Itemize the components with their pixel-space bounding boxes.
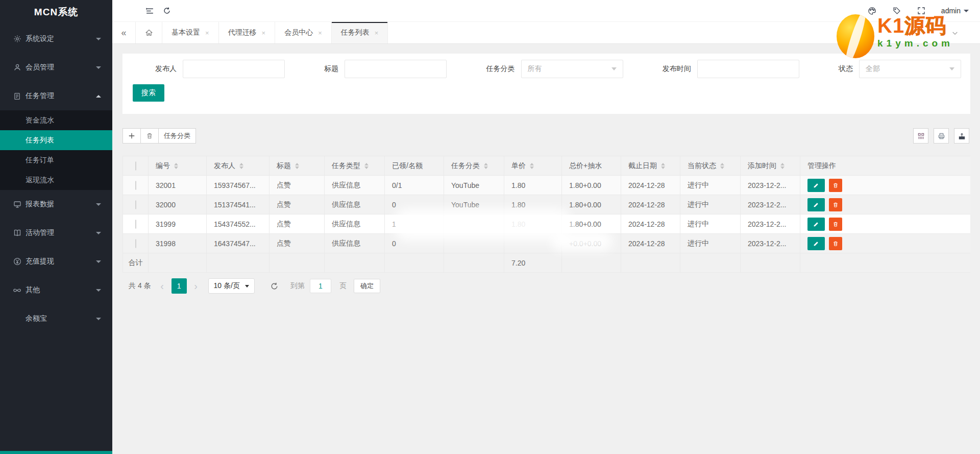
- sort-icon[interactable]: [720, 163, 724, 169]
- sidebar-item-label: 活动管理: [26, 228, 96, 237]
- row-checkbox[interactable]: [135, 220, 136, 229]
- cell-added: 2023-12-2...: [741, 234, 800, 253]
- collapse-menu-icon[interactable]: [141, 0, 158, 22]
- total-price: 7.20: [504, 253, 562, 273]
- refresh-table-icon[interactable]: [267, 278, 282, 294]
- tab-member-center[interactable]: 会员中心 ×: [275, 22, 332, 43]
- tab-task-list[interactable]: 任务列表 ×: [332, 22, 388, 43]
- sidebar-subitem-task-list[interactable]: 任务列表: [0, 130, 112, 150]
- pencil-icon: [813, 241, 819, 247]
- edit-button[interactable]: [807, 179, 825, 192]
- publish-time-label: 发布时间: [663, 64, 691, 74]
- edit-button[interactable]: [807, 198, 825, 211]
- cell-deadline: 2024-12-28: [621, 234, 680, 253]
- next-page-icon[interactable]: ›: [192, 281, 200, 291]
- print-icon[interactable]: [934, 128, 949, 144]
- sidebar-item-recharge[interactable]: 充值提现: [0, 247, 112, 276]
- user-menu[interactable]: admin: [941, 7, 969, 15]
- close-icon[interactable]: ×: [262, 29, 266, 37]
- sort-icon[interactable]: [484, 163, 488, 169]
- cell-task-type: 供应信息: [325, 176, 385, 195]
- cell-total: 1.80+0.00: [562, 214, 621, 234]
- sort-icon[interactable]: [780, 163, 785, 169]
- row-checkbox[interactable]: [135, 239, 136, 248]
- tabs-more-icon[interactable]: [951, 22, 959, 44]
- cell-title: 点赞: [270, 176, 325, 195]
- palette-icon[interactable]: [864, 0, 881, 22]
- row-checkbox[interactable]: [135, 200, 136, 209]
- select-all-checkbox[interactable]: [135, 161, 136, 171]
- delete-button[interactable]: [829, 179, 842, 192]
- status-label: 状态: [839, 64, 853, 74]
- sidebar-subitem-funds-flow[interactable]: 资金流水: [0, 110, 112, 130]
- row-checkbox[interactable]: [135, 181, 136, 190]
- trash-icon: [832, 202, 839, 208]
- page-number-button[interactable]: 1: [172, 278, 187, 294]
- title-input[interactable]: [345, 60, 447, 78]
- task-category-button[interactable]: 任务分类: [159, 128, 196, 144]
- cell-publisher: 159374567...: [207, 176, 270, 195]
- close-icon[interactable]: ×: [205, 29, 209, 37]
- cell-price: 1.80: [504, 214, 562, 234]
- sidebar-subitem-label: 任务订单: [26, 156, 54, 165]
- page-content: 发布人 标题 任务分类 所有 发布: [112, 44, 980, 454]
- status-select[interactable]: 全部: [859, 60, 961, 78]
- delete-button[interactable]: [829, 237, 842, 250]
- status-selected-value: 全部: [866, 64, 880, 74]
- sidebar-subitem-task-orders[interactable]: 任务订单: [0, 150, 112, 170]
- tab-label: 任务列表: [341, 28, 370, 37]
- page-size-select[interactable]: 10 条/页: [208, 278, 255, 294]
- trash-icon: [832, 241, 839, 247]
- sidebar-item-tasks[interactable]: 任务管理: [0, 82, 112, 110]
- sidebar-item-yuebao[interactable]: 余额宝: [0, 304, 112, 333]
- edit-button[interactable]: [807, 218, 825, 231]
- search-button[interactable]: 搜索: [133, 84, 164, 102]
- sidebar-item-members[interactable]: 会员管理: [0, 53, 112, 82]
- sort-icon[interactable]: [530, 163, 534, 169]
- prev-page-icon[interactable]: ‹: [158, 281, 166, 291]
- close-icon[interactable]: ×: [318, 29, 322, 37]
- tab-agent-migration[interactable]: 代理迁移 ×: [219, 22, 276, 43]
- sort-icon[interactable]: [239, 163, 243, 169]
- publish-time-input[interactable]: [697, 60, 799, 78]
- refresh-icon[interactable]: [158, 0, 176, 22]
- confirm-button[interactable]: 确定: [354, 279, 380, 293]
- sidebar-item-label: 系统设定: [26, 34, 96, 43]
- columns-filter-icon[interactable]: [913, 128, 928, 144]
- sort-icon[interactable]: [174, 163, 178, 169]
- sort-icon[interactable]: [295, 163, 299, 169]
- cell-status: 进行中: [680, 176, 741, 195]
- sidebar-subitem-cashback-flow[interactable]: 返现流水: [0, 170, 112, 190]
- home-tab[interactable]: [136, 22, 162, 43]
- add-button[interactable]: [122, 128, 141, 144]
- cell-price: [504, 234, 562, 253]
- tag-icon[interactable]: [888, 0, 905, 22]
- cell-id: 32000: [149, 195, 207, 214]
- tabs-scroll-left-icon[interactable]: «: [112, 22, 136, 43]
- cell-publisher: 164374547...: [207, 234, 270, 253]
- edit-button[interactable]: [807, 237, 825, 250]
- header-title: 标题: [270, 156, 325, 176]
- sort-icon[interactable]: [364, 163, 369, 169]
- publisher-label: 发布人: [155, 64, 177, 74]
- cell-added: 2023-12-2...: [741, 176, 800, 195]
- sidebar-item-other[interactable]: 其他: [0, 276, 112, 304]
- trash-icon: [832, 182, 839, 188]
- sidebar-item-activities[interactable]: 活动管理: [0, 219, 112, 247]
- sort-icon[interactable]: [661, 163, 665, 169]
- publisher-input[interactable]: [183, 60, 285, 78]
- category-select[interactable]: 所有: [521, 60, 623, 78]
- delete-selected-button[interactable]: [141, 128, 159, 144]
- sidebar-item-system[interactable]: 系统设定: [0, 25, 112, 53]
- fullscreen-icon[interactable]: [913, 0, 930, 22]
- gear-icon: [13, 35, 21, 43]
- close-icon[interactable]: ×: [375, 29, 379, 37]
- delete-button[interactable]: [829, 218, 842, 231]
- tab-basic-settings[interactable]: 基本设置 ×: [162, 22, 219, 43]
- header-total: 总价+抽水: [562, 156, 621, 176]
- cell-price: 1.80: [504, 195, 562, 214]
- export-icon[interactable]: [954, 128, 969, 144]
- goto-page-input[interactable]: [310, 279, 331, 293]
- sidebar-item-reports[interactable]: 报表数据: [0, 190, 112, 219]
- delete-button[interactable]: [829, 198, 842, 211]
